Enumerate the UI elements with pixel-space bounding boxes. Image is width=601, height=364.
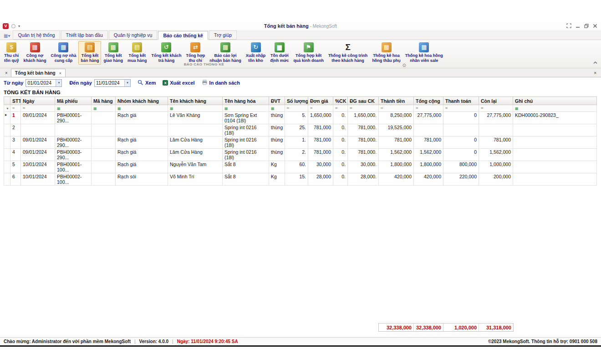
sales-commission-icon: ▦: [419, 42, 429, 52]
menu-tab-tro-giup[interactable]: Trợ giúp: [209, 30, 237, 40]
column-header-dvt[interactable]: ĐVT: [269, 97, 285, 105]
cell-ten_hang_hoa: Sơn Spring Ext 0104 (18l): [223, 112, 269, 124]
table-row[interactable]: 309/01/2024PBH00002-290...Rạch giáLâm Cử…: [4, 136, 597, 149]
close-tab-icon[interactable]: ×: [59, 71, 61, 76]
filter-cell-thanh_tien[interactable]: =: [379, 105, 414, 112]
from-date-combobox[interactable]: ▾: [25, 79, 62, 87]
menu-tab-bao-cao-thong-ke[interactable]: Báo cáo thống kê: [158, 31, 208, 40]
table-row[interactable]: 2Spring int 0216 (18l)thùng25.781,0000.7…: [4, 124, 597, 136]
menu-tab-quan-tri-he-thong[interactable]: Quản trị hệ thống: [13, 30, 60, 40]
column-header-con_lai[interactable]: Còn lại: [479, 97, 513, 105]
row-indicator-header[interactable]: [4, 97, 10, 105]
filter-cell-so_luong[interactable]: =: [285, 105, 308, 112]
close-all-tabs-icon[interactable]: ×: [2, 71, 11, 77]
filter-cell-tong_cong[interactable]: =: [414, 105, 443, 112]
column-header-so_luong[interactable]: Số lượng: [285, 97, 308, 105]
cell-ma_hang: [92, 173, 116, 186]
cell-thanh_toan: 0: [443, 136, 479, 149]
column-header-nhom_khach_hang[interactable]: Nhóm khách hàng: [116, 97, 168, 105]
expand-window-icon[interactable]: [566, 23, 571, 28]
project-stats-icon: Σ: [343, 42, 353, 52]
column-header-ghi_chu[interactable]: Ghi chú: [513, 97, 597, 105]
minimize-icon[interactable]: [576, 24, 580, 28]
cell-nhom_khach_hang: Rạch giá: [116, 149, 168, 161]
column-header-ten_khach_hang[interactable]: Tên khách hàng: [168, 97, 223, 105]
menu-grid-icon[interactable]: ▦▾: [3, 33, 13, 40]
close-icon[interactable]: [593, 24, 597, 28]
menu-tab-thiet-lap-ban-dau[interactable]: Thiết lập ban đầu: [61, 30, 108, 40]
column-header-tong_cong[interactable]: Tổng cộng: [414, 97, 443, 105]
version-text: Version: 4.0.0: [139, 339, 168, 344]
to-date-combobox[interactable]: ▾: [94, 79, 131, 87]
report-title: TỔNG KẾT BÁN HÀNG: [0, 88, 601, 96]
filter-cell-ma_phieu[interactable]: ▦: [55, 105, 92, 112]
menu-tab-quan-ly-nghiep-vu[interactable]: Quản lý nghiệp vụ: [109, 30, 158, 40]
column-header-ngay[interactable]: Ngày: [21, 97, 55, 105]
printer-icon: [202, 80, 208, 86]
column-header-dg_sau_ck[interactable]: ĐG sau CK: [348, 97, 379, 105]
filter-cell-dvt[interactable]: ▦: [269, 105, 285, 112]
titlebar-left-icons: V ▾: [3, 23, 20, 29]
filter-cell-ngay[interactable]: =: [21, 105, 55, 112]
view-button[interactable]: Xem: [138, 80, 156, 86]
summary-con_lai: 31,318,000: [479, 324, 513, 331]
close-document-icon[interactable]: ×: [591, 71, 599, 77]
column-header-thanh_tien[interactable]: Thành tiền: [379, 97, 414, 105]
text-filter-icon: ▦: [271, 106, 275, 111]
column-header-ma_hang[interactable]: Mã hàng: [92, 97, 116, 105]
cell-so_luong: 2.: [285, 149, 308, 161]
cell-tong_cong: 1,800,000: [414, 161, 443, 173]
chevron-down-icon[interactable]: ▾: [124, 80, 130, 86]
menu-bar: ▦▾ Quản trị hệ thốngThiết lập ban đầuQuả…: [0, 30, 601, 40]
filter-cell-stt[interactable]: =: [10, 105, 21, 112]
chevron-down-icon[interactable]: ▾: [56, 80, 61, 86]
filter-cell-ck[interactable]: =: [333, 105, 348, 112]
filter-cell-ma_hang[interactable]: ▦: [92, 105, 116, 112]
filter-cell-ind[interactable]: ▼: [4, 105, 10, 112]
table-row[interactable]: 510/01/2024PBH00001-100...Rạch giáNguyễn…: [4, 161, 597, 173]
column-header-ma_phieu[interactable]: Mã phiếu: [55, 97, 92, 105]
text-filter-icon: ▦: [57, 106, 61, 111]
collapse-ribbon-icon[interactable]: [593, 58, 597, 66]
table-row[interactable]: 610/01/2024PBH00002-100...Rạch sóiVõ Min…: [4, 173, 597, 186]
restore-icon[interactable]: [584, 24, 589, 28]
column-header-ten_hang_hoa[interactable]: Tên hàng hóa: [223, 97, 269, 105]
row-indicator: [4, 173, 10, 186]
filter-cell-nhom_khach_hang[interactable]: ▦: [116, 105, 168, 112]
filter-cell-ghi_chu[interactable]: ▦: [513, 105, 597, 112]
from-date-input[interactable]: [26, 80, 56, 86]
window-title-suffix: - MekongSoft: [310, 24, 337, 29]
filter-cell-dg_sau_ck[interactable]: =: [348, 105, 379, 112]
cell-thanh_tien: 781,000: [379, 136, 414, 149]
cell-so_luong: 25.: [285, 124, 308, 136]
text-filter-icon: ▦: [224, 106, 228, 111]
inventory-icon: ↻: [251, 42, 261, 52]
cell-ngay: 09/01/2024: [21, 136, 55, 149]
cell-tong_cong: [414, 124, 443, 136]
print-list-button[interactable]: In danh sách: [202, 80, 240, 86]
quick-access-circle-icon[interactable]: [11, 24, 15, 28]
to-date-input[interactable]: [95, 80, 124, 86]
cell-ten_hang_hoa: Sắt 8: [223, 173, 269, 186]
subcontractor-commission-icon: ▦: [382, 42, 392, 52]
filter-cell-thanh_toan[interactable]: =: [443, 105, 479, 112]
filter-cell-ten_hang_hoa[interactable]: ▦: [223, 105, 269, 112]
export-excel-button[interactable]: X Xuất excel: [163, 80, 194, 86]
dialog-launcher-icon[interactable]: ⊙: [402, 63, 406, 68]
cell-ghi_chu: [513, 161, 597, 173]
column-header-don_gia[interactable]: Đơn giá: [308, 97, 333, 105]
quick-access-dropdown-icon[interactable]: ▾: [18, 24, 20, 28]
table-row[interactable]: ▸109/01/2024PBH00001-290...Rạch giáLê Vă…: [4, 112, 597, 124]
cell-dvt: thùng: [269, 149, 285, 161]
column-header-thanh_toan[interactable]: Thanh toán: [443, 97, 479, 105]
ribbon-item-thong-ke-hoa-hong-nhan-vien-sale[interactable]: ▦Thống kê hoa hồng nhân viên sale: [403, 41, 445, 65]
tab-tong-ket-ban-hang[interactable]: Tổng kết bán hàng ×: [11, 69, 66, 77]
filter-cell-con_lai[interactable]: =: [479, 105, 513, 112]
summary-thanh_toan: 1,020,000: [443, 324, 479, 331]
filter-cell-don_gia[interactable]: =: [308, 105, 333, 112]
column-header-stt[interactable]: STT: [10, 97, 21, 105]
column-header-ck[interactable]: %CK: [333, 97, 348, 105]
cell-so_luong: 60.: [285, 161, 308, 173]
table-row[interactable]: 409/01/2024PBH00003-290...Rạch giáLâm Cử…: [4, 149, 597, 161]
filter-cell-ten_khach_hang[interactable]: ▦: [168, 105, 223, 112]
